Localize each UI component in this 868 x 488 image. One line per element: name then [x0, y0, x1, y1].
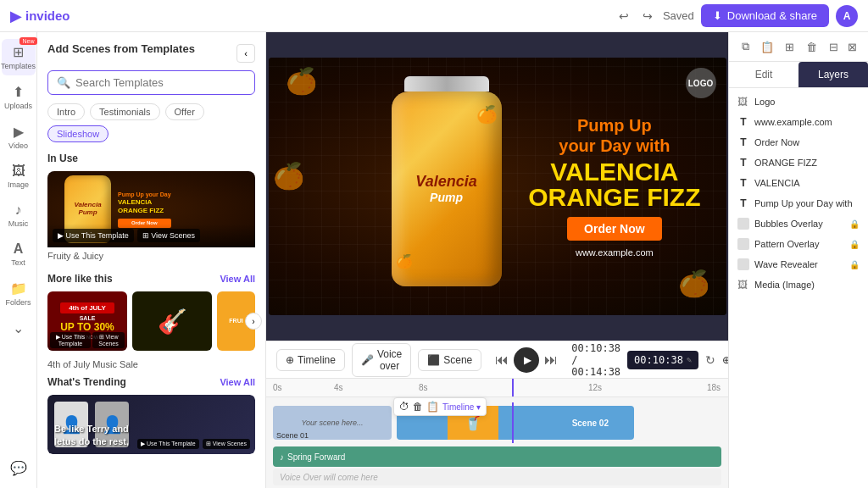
- filter-tag-slideshow[interactable]: Slideshow: [47, 125, 108, 142]
- scene-tool-timer-icon[interactable]: ⏱: [399, 401, 409, 413]
- text-icon: A: [14, 241, 24, 257]
- trending-card-1[interactable]: 👤 👤 Be like Terry andletus do the rest, …: [47, 395, 255, 454]
- voice-over-label: Voice Over will come here: [280, 473, 378, 482]
- time-input-box[interactable]: 00:10:38 ✎: [627, 351, 698, 369]
- sidebar-item-music[interactable]: ♪ Music: [2, 197, 36, 233]
- more-card-2[interactable]: 🎸: [132, 291, 212, 351]
- voice-over-track[interactable]: Voice Over will come here: [273, 469, 721, 485]
- panel-apps-button[interactable]: ⊟: [824, 37, 843, 56]
- panel-paste-button[interactable]: 📋: [758, 37, 776, 56]
- layer-pattern[interactable]: Pattern Overlay 🔒: [729, 234, 868, 254]
- voice-over-button[interactable]: 🎤 Voice over: [352, 343, 411, 377]
- panel-expand-button[interactable]: ⊠: [843, 37, 861, 56]
- ruler-12s: 12s: [588, 383, 602, 392]
- timeline-button[interactable]: ⊕ Timeline: [276, 349, 345, 371]
- panel-copy-button[interactable]: ⧉: [736, 37, 754, 56]
- right-panel-top: ⧉ 📋 ⊞ 🗑 ⊟ ⊠: [729, 32, 868, 62]
- view-scenes-button[interactable]: ⊞ View Scenes: [137, 229, 200, 242]
- panel-group-button[interactable]: ⊞: [780, 37, 798, 56]
- folders-icon: 📁: [10, 280, 27, 297]
- scene-button[interactable]: ⬛ Scene: [418, 349, 481, 371]
- ruler-0s: 0s: [273, 383, 282, 392]
- sidebar-item-folders[interactable]: 📁 Folders: [2, 275, 36, 312]
- sidebar-item-text[interactable]: A Text: [2, 236, 36, 272]
- website-text: www.example.com: [528, 247, 700, 258]
- in-use-header: In Use: [47, 152, 255, 164]
- timeline-playhead: [512, 379, 514, 396]
- in-use-template-card[interactable]: ValenciaPump Pump Up your Day VALENCIA O…: [47, 171, 255, 261]
- trending-view-btn[interactable]: ⊞ View Scenes: [203, 439, 250, 449]
- zoom-in-icon: ⊕: [722, 354, 728, 366]
- panel-delete-button[interactable]: 🗑: [802, 37, 821, 56]
- image-icon: 🖼: [12, 164, 25, 179]
- scene-tool-delete-icon[interactable]: 🗑: [413, 401, 423, 413]
- layer-text-icon-2: T: [737, 136, 749, 148]
- uploads-icon: ⬆: [13, 84, 24, 100]
- sidebar-item-chat[interactable]: 💬: [2, 455, 36, 481]
- layer-media-image[interactable]: 🖼 Media (Image): [729, 274, 868, 295]
- zoom-control: ⊕ 100%: [722, 354, 728, 366]
- layer-order-now[interactable]: T Order Now: [729, 132, 868, 152]
- more-card-1-view-btn[interactable]: ⊞ View Scenes: [92, 332, 125, 348]
- sidebar-item-image[interactable]: 🖼 Image: [2, 158, 36, 194]
- layer-pump-up[interactable]: T Pump Up your Day with: [729, 193, 868, 214]
- scene-tool-copy-icon[interactable]: 📋: [426, 401, 439, 413]
- filter-tag-offer[interactable]: Offer: [165, 103, 204, 120]
- avatar[interactable]: A: [836, 5, 858, 27]
- ruler-8s: 8s: [419, 383, 428, 392]
- canvas-area: 🍊 🍊 🍊 Valencia Pump 🍊 🍊: [266, 32, 728, 488]
- more-card-1-use-btn[interactable]: ▶ Use This Template: [50, 332, 91, 348]
- scene-tool-timeline-label[interactable]: Timeline ▾: [442, 402, 481, 412]
- collapse-panel-button[interactable]: ‹: [236, 44, 255, 63]
- trending-use-btn[interactable]: ▶ Use This Template: [137, 439, 199, 449]
- sidebar-item-uploads[interactable]: ⬆ Uploads: [2, 79, 36, 115]
- skip-back-button[interactable]: ⏮: [495, 352, 509, 368]
- orange-slice-2: 🍊: [678, 269, 709, 298]
- play-button[interactable]: ▶: [514, 347, 539, 373]
- undo-button[interactable]: ↩: [615, 6, 632, 26]
- orange-slice-3: 🍊: [273, 161, 304, 191]
- ruler-18s: 18s: [707, 383, 721, 392]
- skip-forward-button[interactable]: ⏭: [544, 352, 558, 368]
- timeline-track: 0s 4s 8s 12s 18s 20s ⏱ 🗑 📋 T: [266, 378, 728, 488]
- more-card-label: 4th of July Music Sale: [47, 359, 255, 369]
- layer-orange-fizz[interactable]: T ORANGE FIZZ: [729, 152, 868, 173]
- panel-title: Add Scenes from Templates: [47, 42, 195, 55]
- search-input[interactable]: [75, 76, 246, 89]
- logo-badge: LOGO: [686, 68, 716, 98]
- sidebar-item-more[interactable]: ⌄: [2, 315, 36, 341]
- video-icon: ▶: [14, 124, 24, 140]
- view-all-button[interactable]: View All: [220, 274, 255, 284]
- download-icon: ⬇: [713, 9, 722, 22]
- more-cards-next-button[interactable]: ›: [245, 313, 262, 330]
- templates-icon: ⊞: [13, 44, 24, 60]
- can-product-text: Pump: [430, 191, 463, 204]
- more-card-1[interactable]: 4th of JULY SALE UP TO 30% BUY NOW! ▶ Us…: [47, 291, 127, 351]
- timeline-icon: ⊕: [286, 354, 294, 366]
- use-template-button[interactable]: ▶ Use This Template: [53, 229, 134, 242]
- layer-website[interactable]: T www.example.com: [729, 112, 868, 132]
- filter-tag-intro[interactable]: Intro: [47, 103, 85, 120]
- tab-edit[interactable]: Edit: [729, 62, 798, 87]
- audio-track[interactable]: ♪ Spring Forward: [273, 446, 721, 467]
- scene-1-label: Scene 01: [276, 431, 309, 440]
- music-icon: ♪: [15, 202, 22, 218]
- layer-text-icon-1: T: [737, 116, 749, 128]
- layer-valencia[interactable]: T VALENCIA: [729, 173, 868, 193]
- refresh-button[interactable]: ↻: [705, 353, 715, 367]
- valencia-text: VALENCIA: [528, 159, 700, 185]
- layer-logo[interactable]: 🖼 Logo: [729, 92, 868, 112]
- download-share-button[interactable]: ⬇ Download & share: [701, 4, 829, 27]
- filter-tags: Intro Testimonials Offer Slideshow: [47, 103, 255, 142]
- tab-layers[interactable]: Layers: [798, 62, 868, 87]
- ruler-4s: 4s: [334, 383, 343, 392]
- order-now-btn-canvas: Order Now: [567, 217, 662, 241]
- filter-tag-testimonials[interactable]: Testimonials: [90, 103, 160, 120]
- redo-button[interactable]: ↪: [639, 6, 656, 26]
- layer-bubbles[interactable]: Bubbles Overlay 🔒: [729, 214, 868, 234]
- sidebar-item-video[interactable]: ▶ Video: [2, 119, 36, 155]
- pump-up-text: Pump Up your Day with: [528, 115, 700, 156]
- layer-wave[interactable]: Wave Revealer 🔒: [729, 254, 868, 274]
- view-all-trending-button[interactable]: View All: [220, 377, 255, 387]
- current-time-display: 00:10:38 / 00:14:38: [571, 342, 620, 378]
